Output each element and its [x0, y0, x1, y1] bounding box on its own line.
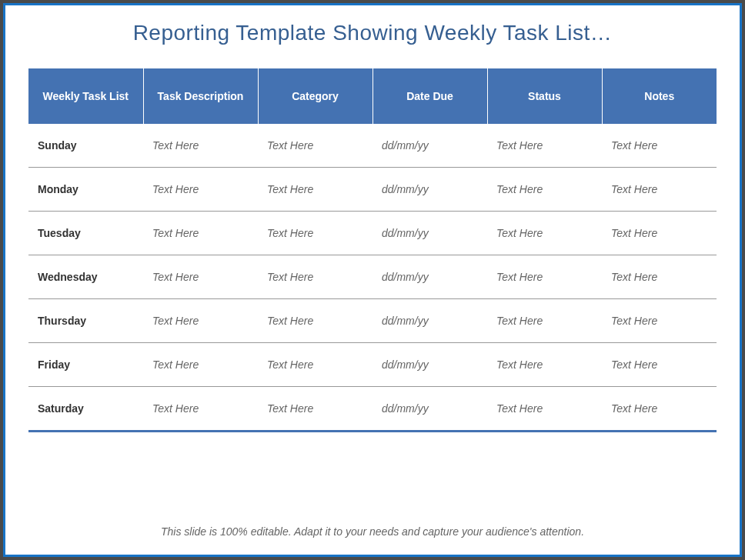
- cell-status: Text Here: [487, 168, 602, 212]
- slide-title: Reporting Template Showing Weekly Task L…: [28, 21, 717, 45]
- cell-status: Text Here: [487, 255, 602, 299]
- table-row: Thursday Text Here Text Here dd/mm/yy Te…: [28, 299, 717, 343]
- table-row: Tuesday Text Here Text Here dd/mm/yy Tex…: [28, 212, 717, 255]
- cell-date-due: dd/mm/yy: [372, 343, 487, 387]
- table-row: Sunday Text Here Text Here dd/mm/yy Text…: [28, 124, 717, 168]
- cell-category: Text Here: [258, 124, 372, 168]
- cell-category: Text Here: [258, 343, 372, 387]
- cell-category: Text Here: [258, 299, 372, 343]
- cell-day: Thursday: [28, 299, 143, 343]
- cell-notes: Text Here: [602, 343, 717, 387]
- header-weekly-task-list: Weekly Task List: [28, 68, 143, 124]
- table-row: Saturday Text Here Text Here dd/mm/yy Te…: [28, 387, 717, 432]
- cell-notes: Text Here: [602, 255, 717, 299]
- cell-status: Text Here: [487, 387, 602, 432]
- cell-description: Text Here: [143, 343, 258, 387]
- cell-status: Text Here: [487, 212, 602, 255]
- cell-description: Text Here: [143, 299, 258, 343]
- cell-date-due: dd/mm/yy: [372, 299, 487, 343]
- table-row: Monday Text Here Text Here dd/mm/yy Text…: [28, 168, 717, 212]
- cell-date-due: dd/mm/yy: [372, 212, 487, 255]
- header-status: Status: [487, 68, 602, 124]
- cell-day: Saturday: [28, 387, 143, 432]
- header-date-due: Date Due: [372, 68, 487, 124]
- footer-note: This slide is 100% editable. Adapt it to…: [5, 525, 740, 538]
- cell-notes: Text Here: [602, 299, 717, 343]
- cell-description: Text Here: [143, 387, 258, 432]
- header-notes: Notes: [602, 68, 717, 124]
- table-row: Wednesday Text Here Text Here dd/mm/yy T…: [28, 255, 717, 299]
- cell-category: Text Here: [258, 387, 372, 432]
- cell-description: Text Here: [143, 212, 258, 255]
- table-row: Friday Text Here Text Here dd/mm/yy Text…: [28, 343, 717, 387]
- cell-status: Text Here: [487, 299, 602, 343]
- table-header-row: Weekly Task List Task Description Catego…: [28, 68, 717, 124]
- cell-date-due: dd/mm/yy: [372, 387, 487, 432]
- cell-day: Friday: [28, 343, 143, 387]
- cell-date-due: dd/mm/yy: [372, 124, 487, 168]
- cell-category: Text Here: [258, 168, 372, 212]
- cell-category: Text Here: [258, 212, 372, 255]
- cell-notes: Text Here: [602, 387, 717, 432]
- cell-date-due: dd/mm/yy: [372, 168, 487, 212]
- task-table: Weekly Task List Task Description Catego…: [28, 68, 717, 432]
- cell-status: Text Here: [487, 124, 602, 168]
- cell-description: Text Here: [143, 255, 258, 299]
- cell-notes: Text Here: [602, 168, 717, 212]
- cell-day: Sunday: [28, 124, 143, 168]
- cell-day: Tuesday: [28, 212, 143, 255]
- cell-description: Text Here: [143, 168, 258, 212]
- cell-day: Monday: [28, 168, 143, 212]
- header-category: Category: [258, 68, 372, 124]
- cell-category: Text Here: [258, 255, 372, 299]
- cell-description: Text Here: [143, 124, 258, 168]
- cell-day: Wednesday: [28, 255, 143, 299]
- cell-status: Text Here: [487, 343, 602, 387]
- slide-container: Reporting Template Showing Weekly Task L…: [3, 3, 742, 557]
- cell-notes: Text Here: [602, 212, 717, 255]
- cell-date-due: dd/mm/yy: [372, 255, 487, 299]
- header-task-description: Task Description: [143, 68, 258, 124]
- cell-notes: Text Here: [602, 124, 717, 168]
